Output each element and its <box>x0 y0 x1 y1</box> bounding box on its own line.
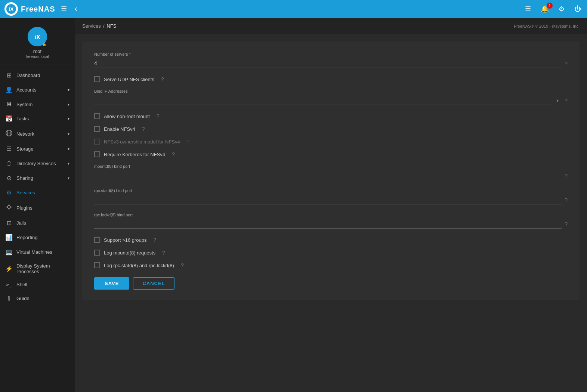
mountd-bind-label: mountd(8) bind port <box>94 164 568 169</box>
sidebar-item-directory-services[interactable]: ⬡ Directory Services ▾ <box>0 156 75 171</box>
dashboard-icon: ⊞ <box>5 72 13 79</box>
cancel-button[interactable]: CANCEL <box>133 277 174 290</box>
log-mountd-checkbox[interactable] <box>94 250 100 256</box>
notification-icon[interactable]: 🔔 1 <box>539 5 550 13</box>
sidebar-item-reporting[interactable]: 📊 Reporting <box>0 230 75 245</box>
bind-ip-help-icon[interactable]: ? <box>565 98 568 104</box>
avatar: iX 🔒 <box>28 27 47 46</box>
sidebar-item-label: Guide <box>16 296 30 301</box>
serve-udp-help-icon[interactable]: ? <box>161 76 164 82</box>
jails-icon: ⊡ <box>5 219 13 226</box>
services-icon: ⚙ <box>5 189 13 196</box>
settings-icon[interactable]: ⚙ <box>557 3 566 15</box>
number-of-servers-input[interactable] <box>94 59 562 68</box>
accounts-icon: 👤 <box>5 86 13 93</box>
nfsv3-ownership-label: NFSv3 ownership model for NFSv4 <box>104 139 180 145</box>
sidebar-item-label: Accounts <box>16 87 36 93</box>
lock-icon: 🔒 <box>42 42 46 46</box>
require-kerberos-help-icon[interactable]: ? <box>172 151 175 157</box>
nfs-form: Number of servers * ? Serve UDP NFS clie… <box>82 41 580 300</box>
bind-ip-row: Bind IP Addresses ▾ ? <box>94 89 568 105</box>
sidebar-item-dashboard[interactable]: ⊞ Dashboard <box>0 68 75 83</box>
sidebar-item-storage[interactable]: ☰ Storage ▾ <box>0 142 75 156</box>
sidebar-item-sharing[interactable]: ⊙ Sharing ▾ <box>0 171 75 185</box>
allow-nonroot-help-icon[interactable]: ? <box>157 113 160 119</box>
number-of-servers-help-icon[interactable]: ? <box>565 61 568 67</box>
sidebar-item-services[interactable]: ⚙ Services <box>0 185 75 200</box>
support-16groups-row: Support >16 groups ? <box>94 237 568 243</box>
rpc-lockd-bind-input[interactable] <box>94 219 562 229</box>
back-icon[interactable]: ‹ <box>73 3 78 15</box>
rpc-statd-bind-row: rpc.statd(8) bind port ? <box>94 188 568 204</box>
number-of-servers-row: Number of servers * ? <box>94 52 568 68</box>
nfsv3-ownership-help-icon: ? <box>187 139 190 145</box>
vm-icon: 💻 <box>5 249 13 256</box>
topbar: iX FreeNAS ☰ ‹ ☰ 🔔 1 ⚙ ⏻ <box>0 0 587 18</box>
sidebar-item-network[interactable]: Network ▾ <box>0 126 75 142</box>
sidebar-item-shell[interactable]: >_ Shell <box>0 278 75 291</box>
sidebar-item-label: Shell <box>16 282 27 287</box>
network-icon <box>5 130 13 138</box>
menu-icon[interactable]: ☰ <box>59 3 68 15</box>
sidebar-item-virtual-machines[interactable]: 💻 Virtual Machines <box>0 245 75 259</box>
notification-count: 1 <box>547 3 553 9</box>
sidebar-item-tasks[interactable]: 📅 Tasks ▾ <box>0 111 75 126</box>
enable-nfsv4-row: Enable NFSv4 ? <box>94 126 568 132</box>
rpc-statd-bind-input[interactable] <box>94 195 562 204</box>
topbar-left: iX FreeNAS ☰ ‹ <box>4 2 79 16</box>
number-of-servers-input-group: ? <box>94 59 568 68</box>
username: root <box>33 49 41 54</box>
sidebar-item-system[interactable]: 🖥 System ▾ <box>0 97 75 111</box>
form-buttons: SAVE CANCEL <box>94 277 568 290</box>
log-mountd-row: Log mountd(8) requests ? <box>94 250 568 256</box>
support-16groups-help-icon[interactable]: ? <box>154 237 157 243</box>
enable-nfsv4-help-icon[interactable]: ? <box>142 126 145 132</box>
chevron-down-icon: ▾ <box>68 102 69 107</box>
chevron-down-icon: ▾ <box>68 117 69 121</box>
bind-ip-select[interactable] <box>94 96 553 105</box>
sidebar-item-label: Network <box>16 131 34 137</box>
mountd-bind-input[interactable] <box>94 171 562 180</box>
log-mountd-help-icon[interactable]: ? <box>162 250 165 256</box>
main-content: Services / NFS FreeNAS® © 2019 - iXsyste… <box>75 18 587 392</box>
sidebar-item-jails[interactable]: ⊡ Jails <box>0 216 75 230</box>
rpc-lockd-bind-row: rpc.lockd(8) bind port ? <box>94 213 568 229</box>
sidebar-item-plugins[interactable]: Plugins <box>0 200 75 216</box>
tasks-icon: 📅 <box>5 115 13 122</box>
save-button[interactable]: SAVE <box>94 277 129 290</box>
mountd-bind-help-icon[interactable]: ? <box>565 173 568 179</box>
sidebar-item-label: Storage <box>16 146 34 152</box>
mountd-bind-row: mountd(8) bind port ? <box>94 164 568 180</box>
chevron-down-icon: ▾ <box>68 176 69 180</box>
serve-udp-checkbox[interactable] <box>94 76 100 82</box>
breadcrumb-parent[interactable]: Services <box>82 23 101 29</box>
allow-nonroot-checkbox[interactable] <box>94 113 100 119</box>
require-kerberos-checkbox[interactable] <box>94 151 100 157</box>
log-rpc-label: Log rpc.statd(8) and rpc.lockd(8) <box>104 263 174 268</box>
sidebar-item-label: Display System Processes <box>16 263 69 274</box>
sidebar: iX 🔒 root freenas.local ⊞ Dashboard 👤 Ac… <box>0 18 75 392</box>
system-icon: 🖥 <box>5 101 13 108</box>
power-icon[interactable]: ⏻ <box>573 4 583 15</box>
allow-nonroot-label: Allow non-root mount <box>104 114 150 119</box>
require-kerberos-label: Require Kerberos for NFSv4 <box>104 152 165 157</box>
number-of-servers-label: Number of servers * <box>94 52 568 56</box>
user-section: iX 🔒 root freenas.local <box>0 24 75 65</box>
sidebar-item-accounts[interactable]: 👤 Accounts ▾ <box>0 83 75 97</box>
sidebar-item-guide[interactable]: ℹ Guide <box>0 291 75 306</box>
rpc-lockd-help-icon[interactable]: ? <box>565 221 568 227</box>
processes-icon: ⚡ <box>5 265 13 272</box>
log-rpc-checkbox[interactable] <box>94 262 100 268</box>
support-16groups-checkbox[interactable] <box>94 237 100 243</box>
copyright-text: FreeNAS® © 2019 - iXsystems, Inc. <box>514 24 580 28</box>
sidebar-item-display-system-processes[interactable]: ⚡ Display System Processes <box>0 259 75 278</box>
enable-nfsv4-label: Enable NFSv4 <box>104 126 135 132</box>
rpc-statd-help-icon[interactable]: ? <box>565 197 568 203</box>
enable-nfsv4-checkbox[interactable] <box>94 126 100 132</box>
document-icon[interactable]: ☰ <box>523 3 532 15</box>
require-kerberos-row: Require Kerberos for NFSv4 ? <box>94 151 568 157</box>
rpc-statd-bind-label: rpc.statd(8) bind port <box>94 188 568 193</box>
log-rpc-help-icon[interactable]: ? <box>181 262 184 268</box>
sidebar-item-label: System <box>16 102 33 107</box>
topbar-right: ☰ 🔔 1 ⚙ ⏻ <box>523 3 583 15</box>
